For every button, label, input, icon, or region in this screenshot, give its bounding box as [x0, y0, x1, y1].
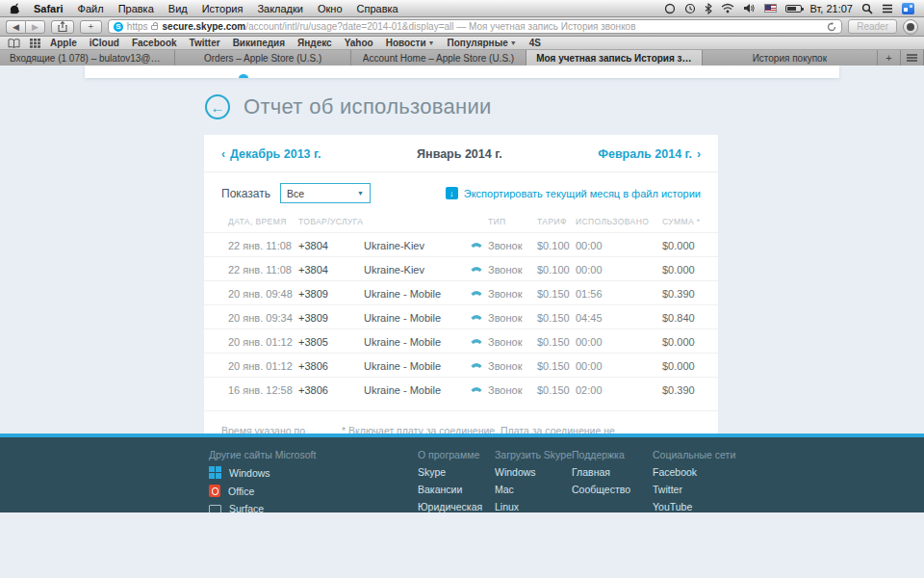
- call-icon: [470, 265, 483, 275]
- tab-call-history[interactable]: Моя учетная запись История звонков: [526, 50, 702, 66]
- bookmark-twitter[interactable]: Twitter: [190, 38, 220, 48]
- app-switcher-icon[interactable]: [902, 3, 914, 14]
- top-sites-icon[interactable]: [30, 39, 40, 48]
- notification-center-icon[interactable]: [882, 4, 893, 13]
- menu-window[interactable]: Окно: [318, 3, 343, 14]
- menu-edit[interactable]: Правка: [118, 3, 154, 14]
- footer-link-dl-linux[interactable]: Linux: [495, 501, 572, 512]
- footer-link-office[interactable]: Office: [209, 485, 316, 497]
- prev-month-link[interactable]: ‹Декабрь 2013 г.: [221, 147, 321, 161]
- bookmark-4s[interactable]: 4S: [529, 38, 541, 48]
- forward-button[interactable]: ▶: [25, 20, 45, 34]
- table-row[interactable]: 22 янв. 11:08 +3804 Ukraine-Kiev Звонок …: [204, 256, 718, 280]
- call-icon: [470, 385, 483, 395]
- usage-report-card: ‹Декабрь 2013 г. Январь 2014 г. Февраль …: [204, 135, 718, 464]
- show-filter-select[interactable]: Все▼: [280, 183, 371, 203]
- share-button[interactable]: [51, 20, 74, 34]
- bluetooth-icon[interactable]: [705, 3, 712, 14]
- menu-file[interactable]: Файл: [78, 3, 104, 14]
- office-logo-icon: [209, 485, 220, 497]
- back-button[interactable]: ◀: [6, 20, 25, 34]
- bookmark-facebook[interactable]: Facebook: [132, 38, 177, 48]
- export-file-icon: ↓: [446, 187, 458, 199]
- surface-logo-icon: [209, 505, 221, 513]
- footer-link-skype[interactable]: Skype: [418, 466, 487, 478]
- downloads-button[interactable]: [903, 19, 918, 35]
- call-icon: [470, 313, 483, 323]
- wifi-icon[interactable]: [721, 3, 734, 13]
- input-language-flag-icon[interactable]: [764, 4, 777, 13]
- bookmark-icloud[interactable]: iCloud: [90, 38, 119, 48]
- chevron-right-icon: ›: [697, 147, 701, 161]
- tab-overview-icon[interactable]: [901, 50, 924, 66]
- footer-link-dl-mac[interactable]: Mac: [495, 484, 572, 495]
- menu-view[interactable]: Вид: [168, 3, 188, 14]
- spotlight-search-icon[interactable]: [861, 3, 873, 14]
- back-circle-button[interactable]: ←: [205, 94, 230, 119]
- menu-help[interactable]: Справка: [357, 3, 398, 14]
- apple-menu-icon[interactable]: [10, 3, 19, 14]
- table-row[interactable]: 16 янв. 12:58 +3806 Ukraine - Mobile Зво…: [204, 377, 718, 401]
- chevron-down-icon: ▼: [357, 190, 364, 197]
- table-row[interactable]: 20 янв. 09:34 +3809 Ukraine - Mobile Зво…: [204, 304, 718, 328]
- table-header-row: ДАТА, ВРЕМЯ ТОВАР/УСЛУГА ТИП ТАРИФ ИСПОЛ…: [204, 213, 718, 232]
- chevron-left-icon: ‹: [221, 147, 225, 161]
- time-machine-icon[interactable]: [684, 3, 696, 14]
- bookmarks-sidebar-icon[interactable]: [8, 39, 20, 48]
- table-row[interactable]: 20 янв. 09:48 +3809 Ukraine - Mobile Зво…: [204, 280, 718, 304]
- footer-col-social: Социальные сети Facebook Twitter YouTube: [653, 449, 735, 512]
- table-row[interactable]: 22 янв. 11:08 +3804 Ukraine-Kiev Звонок …: [204, 232, 718, 256]
- new-tab-button[interactable]: ＋: [80, 20, 102, 34]
- header-tariff: ТАРИФ: [537, 217, 567, 226]
- menu-safari[interactable]: Safari: [34, 3, 64, 14]
- footer-link-youtube[interactable]: YouTube: [653, 501, 735, 512]
- tab-account-home[interactable]: Account Home – Apple Store (U.S.): [351, 50, 526, 66]
- month-navigation: ‹Декабрь 2013 г. Январь 2014 г. Февраль …: [204, 135, 718, 172]
- header-type: ТИП: [488, 217, 506, 226]
- reader-button[interactable]: Reader: [848, 19, 897, 34]
- add-tab-button[interactable]: +: [878, 50, 901, 66]
- bookmarks-bar: Apple iCloud Facebook Twitter Википедия …: [0, 37, 924, 50]
- tab-orders[interactable]: Orders – Apple Store (U.S.): [175, 50, 350, 66]
- battery-icon[interactable]: [785, 5, 802, 13]
- call-icon: [470, 337, 483, 347]
- screen: Safari Файл Правка Вид История Закладки …: [0, 0, 924, 578]
- menu-history[interactable]: История: [202, 3, 244, 14]
- bookmark-news-folder[interactable]: Новости▼: [386, 38, 435, 48]
- bookmark-popular-folder[interactable]: Популярные▼: [448, 38, 517, 48]
- footer-col-support: Поддержка Главная Сообщество: [572, 449, 630, 501]
- volume-icon[interactable]: [743, 3, 756, 13]
- footer-link-legal[interactable]: Юридическая информация: [418, 501, 487, 512]
- reload-icon[interactable]: [827, 22, 836, 32]
- call-icon: [470, 361, 483, 371]
- call-icon: [470, 241, 483, 250]
- footer-link-twitter[interactable]: Twitter: [653, 484, 735, 495]
- table-row[interactable]: 20 янв. 01:12 +3805 Ukraine - Mobile Зво…: [204, 328, 718, 353]
- footer-link-windows[interactable]: Windows: [209, 466, 316, 479]
- bookmark-yandex[interactable]: Яндекс: [297, 38, 332, 48]
- menu-bookmarks[interactable]: Закладки: [257, 3, 303, 14]
- chevron-down-icon: ▼: [510, 39, 517, 46]
- footer-link-surface[interactable]: Surface: [209, 503, 316, 512]
- bookmark-yahoo[interactable]: Yahoo: [345, 38, 373, 48]
- header-product: ТОВАР/УСЛУГА: [298, 217, 363, 226]
- footer-col-about: О программе Skype Вакансии Юридическая и…: [418, 449, 487, 512]
- footer-link-community[interactable]: Сообщество: [572, 484, 630, 495]
- export-link[interactable]: ↓ Экспортировать текущий месяц в файл ис…: [446, 187, 701, 199]
- address-bar[interactable]: S https secure.skype.com /account/intl/r…: [108, 19, 842, 34]
- footer-link-jobs[interactable]: Вакансии: [418, 484, 487, 495]
- skype-logo-partial: [239, 74, 248, 78]
- loop-status-icon[interactable]: [664, 3, 676, 14]
- footer-link-support-home[interactable]: Главная: [572, 466, 630, 478]
- tab-inbox[interactable]: Входящие (1 078) – bulatov13@gmai...: [0, 50, 175, 66]
- filter-row: Показать Все▼ ↓ Экспортировать текущий м…: [204, 172, 718, 213]
- table-row[interactable]: 20 янв. 01:12 +3806 Ukraine - Mobile Зво…: [204, 353, 718, 377]
- footer-link-dl-windows[interactable]: Windows: [495, 466, 572, 478]
- bookmark-apple[interactable]: Apple: [50, 38, 77, 48]
- footer-col-download: Загрузить Skype Windows Mac Linux: [495, 449, 572, 512]
- tab-purchase-history[interactable]: История покупок: [703, 50, 878, 66]
- bookmark-wikipedia[interactable]: Википедия: [233, 38, 285, 48]
- footer-link-facebook[interactable]: Facebook: [653, 466, 735, 478]
- menubar-clock[interactable]: Вт, 21:07: [810, 3, 853, 14]
- next-month-link[interactable]: Февраль 2014 г.›: [598, 147, 701, 161]
